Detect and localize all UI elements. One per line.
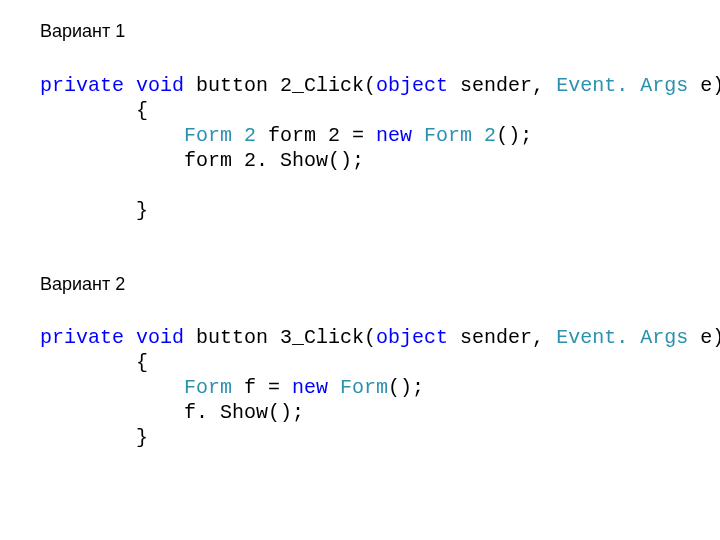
type-token: Event. Args — [556, 74, 688, 97]
text-token — [184, 326, 196, 349]
code-line: Form f = new Form(); — [40, 375, 720, 400]
text-token: sender, — [448, 326, 556, 349]
keyword-token: void — [136, 326, 184, 349]
text-token — [184, 74, 196, 97]
keyword-token: void — [136, 74, 184, 97]
text-token — [328, 376, 340, 399]
code-line: } — [40, 425, 720, 450]
text-token — [40, 174, 52, 197]
keyword-token: object — [376, 326, 448, 349]
text-token: e) — [688, 74, 720, 97]
text-token: f. Show(); — [40, 401, 304, 424]
code-line: f. Show(); — [40, 400, 720, 425]
type-token: Form 2 — [424, 124, 496, 147]
text-token: (); — [388, 376, 424, 399]
keyword-token: new — [292, 376, 328, 399]
text-token: button 2_Click( — [196, 74, 376, 97]
text-token: f = — [232, 376, 292, 399]
heading-variant-1: Вариант 1 — [40, 20, 720, 43]
type-token: Form — [184, 376, 232, 399]
keyword-token: private — [40, 326, 124, 349]
keyword-token: private — [40, 74, 124, 97]
code-line: Form 2 form 2 = new Form 2(); — [40, 123, 720, 148]
text-token — [124, 74, 136, 97]
text-token: form 2. Show(); — [40, 149, 364, 172]
text-token — [124, 326, 136, 349]
text-token — [40, 376, 184, 399]
code-line: private void button 3_Click(object sende… — [40, 325, 720, 350]
text-token: e) — [688, 326, 720, 349]
code-line: form 2. Show(); — [40, 148, 720, 173]
code-block-1: private void button 2_Click(object sende… — [40, 73, 720, 223]
text-token — [412, 124, 424, 147]
code-line: } — [40, 198, 720, 223]
text-token: } — [40, 199, 148, 222]
code-block-2: private void button 3_Click(object sende… — [40, 325, 720, 450]
code-line — [40, 173, 720, 198]
text-token: sender, — [448, 74, 556, 97]
code-line: { — [40, 98, 720, 123]
type-token: Form — [340, 376, 388, 399]
document-page: Вариант 1 private void button 2_Click(ob… — [0, 0, 720, 450]
text-token — [40, 124, 184, 147]
text-token: { — [40, 99, 148, 122]
heading-variant-2: Вариант 2 — [40, 273, 720, 296]
text-token: { — [40, 351, 148, 374]
type-token: Form 2 — [184, 124, 256, 147]
code-line: { — [40, 350, 720, 375]
text-token: button 3_Click( — [196, 326, 376, 349]
text-token: } — [40, 426, 148, 449]
code-line: private void button 2_Click(object sende… — [40, 73, 720, 98]
keyword-token: object — [376, 74, 448, 97]
type-token: Event. Args — [556, 326, 688, 349]
text-token: (); — [496, 124, 532, 147]
text-token: form 2 = — [256, 124, 376, 147]
keyword-token: new — [376, 124, 412, 147]
